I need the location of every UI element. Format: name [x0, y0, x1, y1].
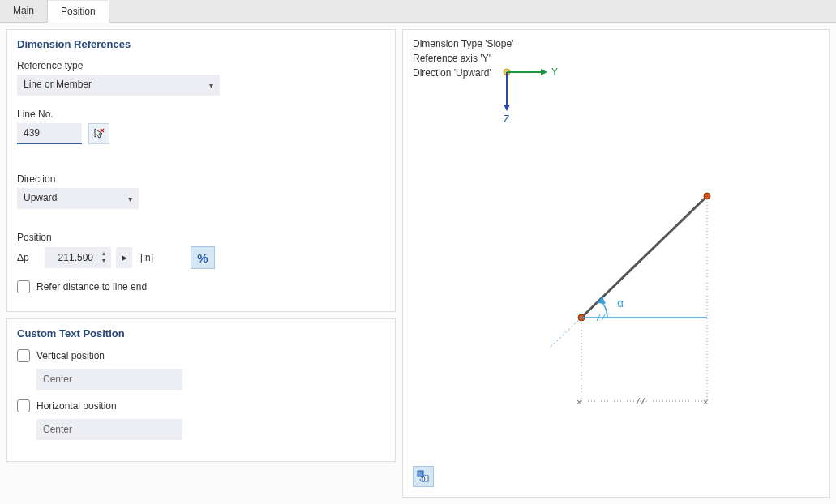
svg-text:×: × — [703, 397, 708, 407]
refer-end-checkbox[interactable] — [17, 280, 30, 293]
direction-select-wrap: Upward ▾ — [17, 188, 139, 209]
svg-text:α: α — [617, 297, 624, 310]
dimension-references-group: Dimension References Reference type Line… — [6, 29, 396, 312]
svg-text:Z: Z — [504, 113, 509, 125]
unit-label: [in] — [140, 252, 153, 263]
svg-point-11 — [704, 193, 710, 199]
preview-info-3: Direction 'Upward' — [413, 66, 491, 80]
preview-info-2: Reference axis 'Y' — [413, 51, 819, 66]
reset-view-button[interactable] — [413, 466, 434, 487]
position-row: Δp ▲ ▼ ▶ [in] % — [17, 246, 385, 269]
line-no-input[interactable] — [17, 123, 82, 144]
reset-view-icon — [417, 470, 430, 483]
vertical-position-label: Vertical position — [36, 350, 105, 361]
axis-indicator-icon: Y Z — [499, 62, 564, 127]
tab-main[interactable]: Main — [0, 0, 48, 22]
reference-type-select[interactable]: Line or Member — [17, 75, 220, 96]
vertical-position-value: Center — [36, 369, 182, 390]
reference-type-select-wrap: Line or Member ▾ — [17, 75, 220, 96]
line-no-label: Line No. — [17, 109, 385, 120]
pick-line-button[interactable] — [88, 123, 109, 144]
refer-end-label: Refer distance to line end — [36, 281, 147, 293]
percent-toggle-button[interactable]: % — [191, 246, 215, 269]
refer-end-row: Refer distance to line end — [17, 280, 385, 293]
custom-text-position-group: Custom Text Position Vertical position C… — [6, 318, 396, 462]
horizontal-position-label: Horizontal position — [36, 400, 117, 412]
horizontal-position-checkbox[interactable] — [17, 399, 30, 412]
custom-text-title: Custom Text Position — [17, 327, 385, 340]
preview-panel: Dimension Type 'Slope' Reference axis 'Y… — [402, 29, 830, 498]
step-play-button[interactable]: ▶ — [116, 247, 132, 268]
spinner-down-button[interactable]: ▼ — [100, 258, 108, 265]
horizontal-position-value: Center — [36, 419, 182, 440]
reference-type-label: Reference type — [17, 60, 385, 71]
direction-label: Direction — [17, 173, 385, 185]
vertical-position-row: Vertical position — [17, 349, 385, 362]
svg-text:×: × — [577, 397, 581, 407]
vertical-position-checkbox[interactable] — [17, 349, 30, 362]
delta-p-symbol: Δp — [17, 252, 40, 263]
svg-text:Y: Y — [551, 66, 558, 78]
delta-p-input[interactable] — [45, 247, 96, 268]
svg-line-12 — [549, 318, 581, 348]
content-area: Dimension References Reference type Line… — [0, 23, 836, 504]
cursor-pick-icon — [92, 127, 105, 140]
spinner-up-button[interactable]: ▲ — [100, 250, 108, 258]
spinner-buttons: ▲ ▼ — [96, 247, 111, 268]
horizontal-position-row: Horizontal position — [17, 399, 385, 412]
left-panel: Dimension References Reference type Line… — [6, 29, 396, 498]
delta-p-spinner: ▲ ▼ — [45, 247, 111, 268]
preview-info-1: Dimension Type 'Slope' — [413, 36, 819, 51]
direction-select[interactable]: Upward — [17, 188, 139, 209]
dim-refs-title: Dimension References — [17, 38, 385, 50]
position-label: Position — [17, 232, 385, 243]
tab-position[interactable]: Position — [48, 1, 109, 23]
tab-bar: Main Position — [0, 0, 836, 23]
slope-diagram: α × × — [549, 184, 744, 411]
svg-marker-4 — [541, 69, 547, 75]
svg-marker-7 — [504, 105, 510, 111]
line-no-row — [17, 123, 385, 144]
svg-line-24 — [641, 398, 645, 404]
